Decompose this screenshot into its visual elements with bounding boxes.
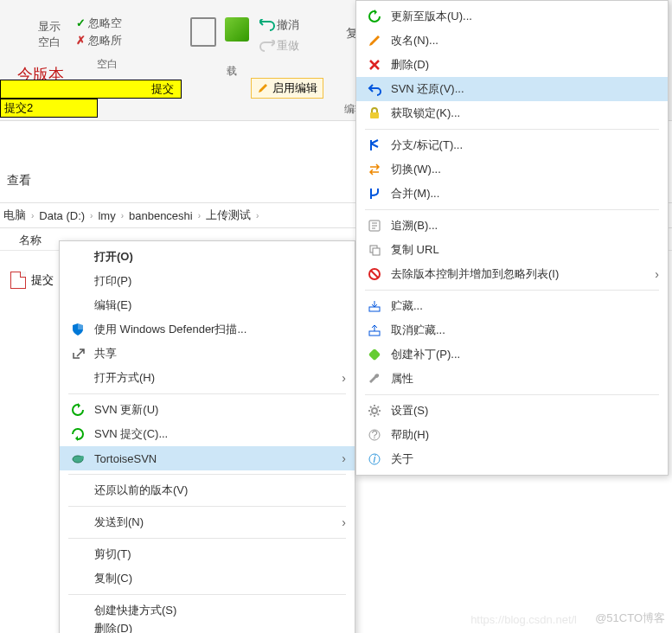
menu-about[interactable]: i关于	[356, 447, 668, 471]
menu-blame[interactable]: 追溯(B)...	[356, 214, 668, 238]
lock-icon	[365, 106, 384, 120]
commit-row: 提交	[0, 80, 182, 99]
unshelve-icon	[365, 323, 384, 337]
menu-separator	[365, 290, 659, 291]
svg-rect-10	[368, 348, 381, 361]
tortoisesvn-submenu: 更新至版本(U)... 改名(N)... 删除(D) SVN 还原(V)... …	[355, 0, 669, 476]
pencil-icon	[365, 34, 384, 48]
svn-update-icon	[68, 403, 87, 417]
menu-svn-revert[interactable]: SVN 还原(V)...	[356, 77, 668, 101]
undo-icon[interactable]	[259, 19, 275, 31]
column-name-label[interactable]: 名称	[0, 233, 42, 248]
file-name-label: 提交	[31, 272, 54, 288]
menu-help[interactable]: ?帮助(H)	[356, 423, 668, 447]
action-icon[interactable]	[225, 17, 249, 42]
chevron-right-icon: ›	[342, 515, 346, 529]
menu-settings[interactable]: 设置(S)	[356, 399, 668, 423]
menu-cut[interactable]: 剪切(T)	[60, 542, 355, 566]
share-icon	[68, 347, 87, 361]
svg-point-2	[80, 456, 84, 459]
svg-rect-0	[78, 323, 83, 329]
menu-merge[interactable]: 合并(M)...	[356, 182, 668, 206]
menu-separator	[68, 538, 346, 539]
watermark: @51CTO博客	[595, 611, 665, 626]
menu-separator	[365, 129, 659, 130]
menu-separator	[68, 594, 346, 595]
shelve-icon	[365, 299, 384, 313]
chevron-right-icon: ›	[251, 211, 264, 221]
menu-rename[interactable]: 改名(N)...	[356, 29, 668, 53]
menu-edit[interactable]: 编辑(E)	[60, 293, 355, 317]
menu-separator	[68, 474, 346, 475]
chevron-right-icon: ›	[116, 211, 129, 221]
doc-icon	[190, 17, 216, 47]
menu-copy-url[interactable]: 复制 URL	[356, 238, 668, 262]
switch-icon	[365, 163, 384, 176]
menu-print[interactable]: 打印(P)	[60, 269, 355, 293]
wrench-icon	[365, 372, 384, 386]
breadcrumb-root[interactable]: 电脑	[3, 208, 26, 223]
menu-separator	[365, 394, 659, 395]
breadcrumb-dir3[interactable]: 上传测试	[206, 208, 251, 223]
patch-icon	[365, 348, 384, 361]
watermark-url: https://blog.csdn.net/l	[470, 613, 577, 626]
blame-icon	[365, 219, 384, 233]
menu-restore-previous[interactable]: 还原以前的版本(V)	[60, 478, 355, 502]
menu-copy[interactable]: 复制(C)	[60, 566, 355, 591]
menu-shelve[interactable]: 贮藏...	[356, 294, 668, 318]
menu-separator	[365, 209, 659, 210]
menu-unshelve[interactable]: 取消贮藏...	[356, 318, 668, 342]
menu-separator	[68, 393, 346, 394]
svg-point-11	[372, 408, 377, 413]
svg-rect-6	[373, 248, 380, 255]
menu-send-to[interactable]: 发送到(N)›	[60, 510, 355, 534]
chevron-right-icon: ›	[193, 211, 206, 221]
menu-svn-update[interactable]: SVN 更新(U)	[60, 398, 355, 422]
merge-icon	[365, 187, 384, 201]
ignore-blank-checkbox[interactable]: ✓ 忽略空	[76, 16, 122, 31]
menu-svn-commit[interactable]: SVN 提交(C)...	[60, 422, 355, 446]
menu-separator	[68, 506, 346, 507]
menu-update-to-revision[interactable]: 更新至版本(U)...	[356, 4, 668, 29]
breadcrumb-drive[interactable]: Data (D:)	[39, 209, 85, 222]
menu-delete[interactable]: 删除(D)	[356, 53, 668, 77]
menu-create-patch[interactable]: 创建补丁(P)...	[356, 342, 668, 367]
remove-ignore-icon	[365, 267, 384, 281]
chevron-right-icon: ›	[85, 211, 98, 221]
enable-edit-button[interactable]: 启用编辑	[251, 78, 323, 99]
svg-rect-3	[370, 112, 379, 118]
info-icon: i	[365, 452, 384, 466]
context-menu: 打开(O) 打印(P) 编辑(E) 使用 Windows Defender扫描.…	[59, 240, 355, 633]
menu-open-with[interactable]: 打开方式(H)›	[60, 366, 355, 390]
file-icon	[10, 272, 26, 289]
menu-switch[interactable]: 切换(W)...	[356, 157, 668, 182]
menu-tortoisesvn[interactable]: TortoiseSVN›	[60, 446, 355, 470]
menu-branch-tag[interactable]: 分支/标记(T)...	[356, 133, 668, 157]
svg-rect-9	[369, 331, 380, 336]
commit-row-2: 提交2	[0, 99, 98, 118]
menu-remove-version-control[interactable]: 去除版本控制并增加到忽略列表(I)›	[356, 262, 668, 286]
download-label: 载	[227, 64, 237, 79]
chevron-right-icon: ›	[342, 451, 346, 465]
menu-get-lock[interactable]: 获取锁定(K)...	[356, 101, 668, 125]
chevron-right-icon: ›	[342, 371, 346, 385]
help-icon: ?	[365, 428, 384, 442]
breadcrumb-dir1[interactable]: lmy	[98, 209, 115, 222]
menu-open[interactable]: 打开(O)	[60, 245, 355, 269]
breadcrumb-dir2[interactable]: banbenceshi	[129, 209, 193, 222]
menu-share[interactable]: 共享	[60, 342, 355, 366]
copy-url-icon	[365, 243, 384, 257]
ignore-all-checkbox[interactable]: ✗ 忽略所	[76, 33, 122, 48]
undo-label[interactable]: 撤消	[277, 17, 299, 33]
branch-icon	[365, 138, 384, 152]
revert-icon	[365, 82, 384, 96]
menu-delete[interactable]: 删除(D)	[60, 623, 355, 633]
menu-create-shortcut[interactable]: 创建快捷方式(S)	[60, 598, 355, 623]
menu-defender-scan[interactable]: 使用 Windows Defender扫描...	[60, 317, 355, 342]
menu-properties[interactable]: 属性	[356, 367, 668, 391]
show-blank-button[interactable]: 显示 空白	[35, 17, 64, 52]
delete-x-icon	[365, 58, 384, 72]
file-row[interactable]: 提交	[10, 272, 54, 289]
view-tab-label[interactable]: 查看	[7, 173, 31, 189]
svg-text:?: ?	[371, 428, 377, 441]
